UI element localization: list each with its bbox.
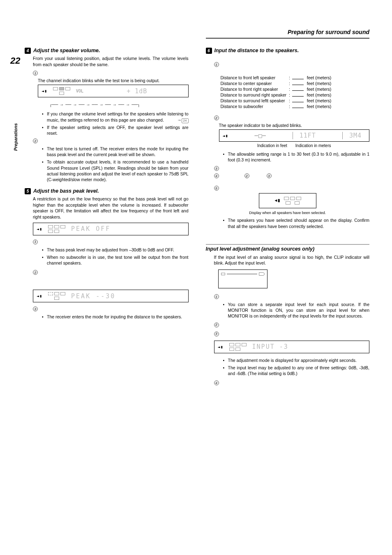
substep-2-badge: 2 (33, 138, 38, 143)
distance-table: Distance to front left speaker: feet (me… (219, 74, 333, 110)
step5-sub3-bullets: The receiver enters the mode for inputin… (38, 314, 189, 320)
s6-sub5-bullets: The speakers you have selected should ap… (219, 217, 370, 229)
s5-substep-3-badge: 3 (33, 306, 38, 311)
indication-feet-label: Indication in feet (257, 143, 287, 148)
step5-sub1-bullets: The bass peak level may be adjusted from… (38, 247, 189, 266)
s6-substep-4-badge: 4 (214, 173, 219, 178)
sidebar-tab-label: Preparations (13, 123, 18, 151)
input-level-sub1-bullets: You can store a separate input level for… (219, 302, 370, 319)
step-5-badge: 5 (25, 188, 31, 194)
step-6-badge: 6 (206, 48, 212, 54)
lcd-display-vol: ◄▮ VOL + 1dB (38, 85, 189, 97)
step-4-title: Adjust the speaker volume. (33, 48, 100, 53)
s6-substep-1-badge: 1 (214, 62, 219, 67)
s6-substep-2-badge: 2 (214, 115, 219, 120)
il-substep-2-badge: 2 (214, 322, 219, 327)
step4-sub1-bullets: If you change the volume level settings … (38, 111, 189, 136)
lcd-caption-1: The channel indication blinks while the … (38, 78, 189, 83)
s6-substep-3-badge: 3 (214, 166, 219, 171)
lcd-display-input: ◄▮ INPUT -3 (214, 341, 370, 353)
s6-sub2-bullets: The allowable setting range is 1 to 30 f… (219, 151, 370, 163)
input-level-notes: The adjustment mode is displayed for app… (219, 357, 370, 377)
step-4-badge: 4 (25, 48, 31, 54)
il-substep-1-badge: 1 (214, 294, 219, 299)
flow-diagram: ┌──→──→──→──→──→──→──┐ (49, 102, 189, 107)
clip-indicator-diagram (218, 269, 267, 288)
substep-1-badge: 1 (33, 71, 38, 76)
page-number: 22 (10, 55, 20, 66)
step-5-intro: A restriction is put on the low frequenc… (33, 196, 189, 220)
step-4-intro: From your usual listening position, adju… (33, 55, 189, 67)
il-substep-4-badge: 4 (214, 380, 219, 385)
lcd-caption-2: The speaker indicator to be adjusted bli… (219, 123, 370, 128)
indication-meters-label: Indication in meters (295, 143, 331, 148)
il-substep-3-badge: 3 (214, 332, 219, 336)
s6-substep-5-badge: 5 (214, 186, 219, 191)
s5-substep-2-badge: 2 (33, 270, 38, 275)
lcd-display-peak-30: ◄▮ PEAK --30 (33, 290, 189, 302)
input-level-title: Input level adjustment (analog sources o… (206, 246, 370, 252)
lcd-display-speakers: ◄▮ (259, 193, 316, 208)
s5-substep-1-badge: 1 (33, 240, 38, 244)
input-level-intro: If the input level of an analog source s… (214, 254, 370, 266)
lcd-display-distance: ◄▮ ─□─ 11FT 3M4 (219, 129, 370, 142)
step-6-title: Input the distance to the speakers. (214, 48, 299, 53)
lcd-display-peak-off: ◄▮ PEAK OFF (33, 223, 189, 235)
speaker-display-caption: Display when all speakers have been sele… (206, 211, 370, 215)
section-title: Preparing for surround sound (206, 29, 370, 35)
step4-sub2-bullets: The test tone is turned off. The receive… (38, 146, 189, 182)
step-5-title: Adjust the bass peak level. (33, 188, 99, 194)
